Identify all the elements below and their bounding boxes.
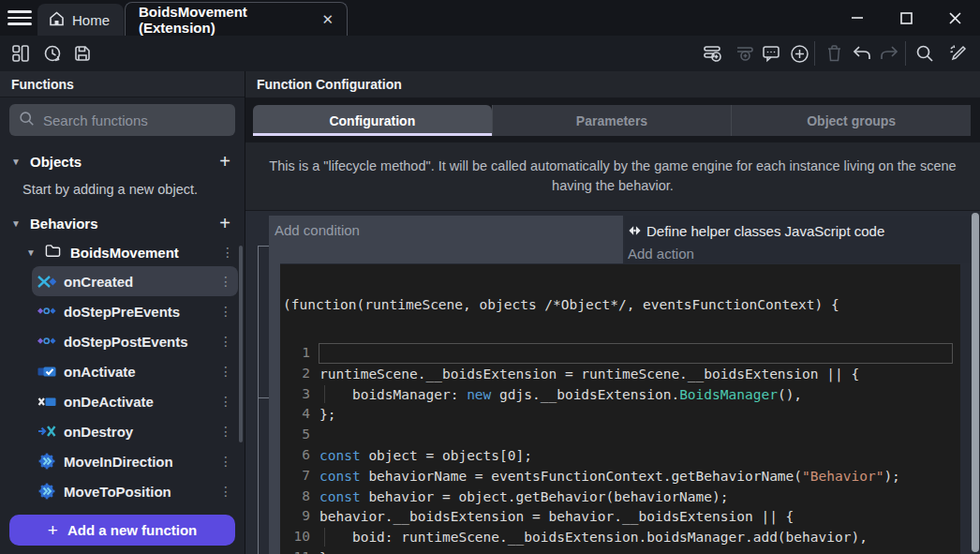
item-menu-icon[interactable]: ⋮ — [217, 394, 234, 409]
lifecycle-deactivate-icon — [37, 394, 56, 409]
function-configuration-panel: Function Configuration ConfigurationPara… — [245, 71, 980, 554]
chevron-down-icon: ▼ — [11, 157, 21, 167]
folder-menu-icon[interactable]: ⋮ — [219, 245, 236, 260]
code-line-3[interactable]: 3 boidsManager: new gdjs.__boidsExtensio… — [283, 384, 957, 405]
code-line-7[interactable]: 7const behaviorName = eventsFunctionCont… — [283, 466, 957, 487]
line-number: 1 — [283, 343, 319, 364]
add-event-icon[interactable] — [702, 42, 724, 65]
function-label: onCreated — [64, 274, 210, 290]
item-menu-icon[interactable]: ⋮ — [217, 334, 234, 349]
redo-icon[interactable] — [878, 42, 900, 65]
edit-icon[interactable] — [947, 42, 970, 65]
tab-boidsmovement[interactable]: BoidsMovement (Extension) ✕ — [125, 2, 348, 36]
comment-icon[interactable] — [760, 42, 782, 65]
function-item-movetoposition[interactable]: MoveToPosition ⋮ — [32, 476, 238, 506]
lifecycle-created-icon — [37, 274, 56, 289]
function-item-onactivate[interactable]: onActivate ⋮ — [32, 356, 238, 386]
tab-object-groups[interactable]: Object groups — [731, 105, 971, 136]
function-item-dosteppostevents[interactable]: doStepPostEvents ⋮ — [32, 326, 238, 356]
panels-icon[interactable] — [9, 42, 32, 65]
objects-section-header[interactable]: ▼ Objects + — [0, 148, 236, 174]
item-menu-icon[interactable]: ⋮ — [217, 364, 234, 379]
js-code-editor[interactable]: (function(runtimeScene, objects /*Object… — [280, 264, 960, 554]
toolbar: Preview Share — [0, 36, 980, 71]
code-line-4[interactable]: 4}; — [283, 404, 957, 425]
line-number: 3 — [283, 384, 319, 405]
js-code-event-header: Define helper classes JavaScript code Ad… — [625, 216, 973, 263]
search-icon[interactable] — [913, 42, 936, 65]
tab-parameters[interactable]: Parameters — [492, 105, 732, 136]
code-line-2[interactable]: 2runtimeScene.__boidsExtension = runtime… — [283, 364, 957, 384]
item-menu-icon[interactable]: ⋮ — [217, 274, 234, 289]
title-bar: Home BoidsMovement (Extension) ✕ — [0, 0, 980, 36]
code-line-8[interactable]: 8const behavior = object.getBehavior(beh… — [283, 487, 957, 507]
functions-sidebar: Functions ▼ Objects + Start by adding a … — [0, 71, 245, 554]
history-icon[interactable] — [41, 42, 64, 65]
function-item-ondeactivate[interactable]: onDeActivate ⋮ — [32, 386, 238, 416]
function-list: onCreated ⋮ doStepPreEvents ⋮ doStepPost… — [0, 266, 245, 506]
trash-icon[interactable] — [823, 42, 845, 65]
window-controls — [847, 0, 980, 36]
item-menu-icon[interactable]: ⋮ — [217, 484, 234, 499]
sidebar-scrollbar[interactable] — [239, 246, 243, 442]
event-sheet: Add condition Define helper classes Java… — [245, 211, 980, 554]
function-item-ondestroy[interactable]: onDestroy ⋮ — [32, 416, 238, 446]
folder-icon — [45, 244, 61, 262]
code-lines: 12runtimeScene.__boidsExtension = runtim… — [283, 343, 957, 554]
code-line-1[interactable]: 1 — [283, 343, 957, 364]
behavior-folder-boidsmovement[interactable]: ▼ BoidsMovement ⋮ — [0, 239, 236, 265]
lifecycle-activate-icon — [37, 364, 56, 379]
function-item-moveindirection[interactable]: MoveInDirection ⋮ — [32, 446, 238, 476]
event-sheet-scrollbar[interactable] — [972, 213, 979, 552]
code-line-6[interactable]: 6const object = objects[0]; — [283, 445, 957, 466]
close-window-button[interactable] — [944, 7, 965, 28]
item-menu-icon[interactable]: ⋮ — [217, 304, 234, 319]
toolbar-divider — [814, 41, 815, 66]
chevron-down-icon: ▼ — [11, 218, 21, 229]
add-function-button[interactable]: + Add a new function — [9, 515, 235, 546]
function-item-oncreated[interactable]: onCreated ⋮ — [32, 266, 238, 296]
function-label: MoveToPosition — [64, 484, 210, 500]
tab-home[interactable]: Home — [37, 4, 124, 36]
undo-icon[interactable] — [851, 42, 873, 65]
add-condition-button[interactable]: Add condition — [269, 216, 623, 263]
item-menu-icon[interactable]: ⋮ — [217, 454, 234, 469]
code-line-10[interactable]: 10 boid: runtimeScene.__boidsExtension.b… — [283, 527, 957, 547]
event-drag-handle[interactable] — [269, 216, 280, 554]
menu-icon[interactable] — [7, 7, 32, 28]
line-number: 4 — [283, 404, 319, 425]
search-icon — [19, 111, 35, 130]
function-label: onDeActivate — [64, 394, 210, 410]
js-event-title[interactable]: Define helper classes JavaScript code — [628, 219, 973, 242]
gdevelop-window: Home BoidsMovement (Extension) ✕ Preview — [0, 0, 980, 554]
event-indent-guide — [258, 246, 259, 554]
line-number: 7 — [283, 466, 319, 487]
configuration-tabs: ConfigurationParametersObject groups — [253, 105, 971, 136]
add-subevent-icon[interactable] — [733, 42, 755, 65]
tab-configuration[interactable]: Configuration — [253, 105, 492, 136]
lifecycle-prestep-icon — [37, 304, 56, 319]
function-label: doStepPreEvents — [64, 304, 210, 320]
panel-title: Function Configuration — [245, 71, 980, 97]
behaviors-section-header[interactable]: ▼ Behaviors + — [0, 210, 236, 236]
add-circle-icon[interactable] — [788, 42, 810, 65]
code-line-5[interactable]: 5 — [283, 425, 957, 445]
maximize-button[interactable] — [896, 7, 916, 28]
folder-label: BoidsMovement — [70, 245, 179, 261]
search-functions-box[interactable] — [9, 104, 235, 136]
add-behavior-button[interactable]: + — [214, 213, 236, 234]
close-tab-icon[interactable]: ✕ — [321, 11, 334, 28]
lifecycle-description: This is a "lifecycle method". It will be… — [265, 157, 960, 196]
save-icon[interactable] — [71, 42, 94, 65]
function-item-dosteppreevents[interactable]: doStepPreEvents ⋮ — [32, 296, 238, 326]
add-action-button[interactable]: Add action — [628, 242, 973, 264]
code-line-9[interactable]: 9behavior.__boidsExtension = behavior.__… — [283, 506, 957, 527]
code-line-11[interactable]: 11}; — [283, 547, 957, 554]
add-object-button[interactable]: + — [214, 151, 236, 172]
minimize-button[interactable] — [847, 7, 868, 28]
function-label: MoveInDirection — [64, 454, 210, 470]
item-menu-icon[interactable]: ⋮ — [217, 424, 234, 439]
chevron-down-icon: ▼ — [26, 247, 36, 258]
search-functions-input[interactable] — [43, 112, 230, 128]
event-indent-tick — [258, 397, 269, 398]
